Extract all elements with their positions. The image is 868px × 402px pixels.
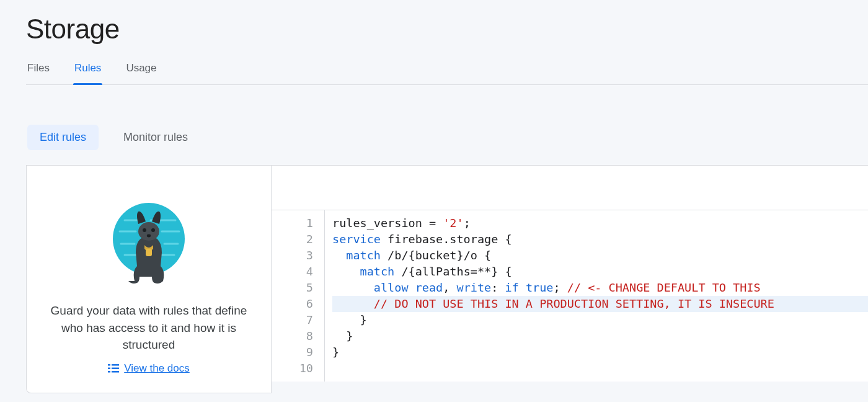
rules-info-card: Guard your data with rules that define w… (26, 166, 272, 393)
svg-point-12 (147, 234, 151, 238)
security-dog-illustration (102, 195, 195, 288)
line-gutter: 12345678910 (272, 210, 325, 382)
code-line: service firebase.storage { (332, 231, 868, 248)
svg-rect-18 (108, 371, 110, 373)
code-line: } (332, 312, 868, 328)
code-lines[interactable]: rules_version = '2'; service firebase.st… (325, 210, 868, 382)
code-area[interactable]: 12345678910 rules_version = '2'; service… (272, 210, 868, 382)
svg-rect-14 (108, 364, 110, 366)
svg-rect-15 (112, 364, 119, 366)
tab-rules[interactable]: Rules (74, 62, 101, 84)
tab-usage[interactable]: Usage (126, 62, 156, 84)
code-line: } (332, 344, 868, 360)
view-docs-link[interactable]: View the docs (108, 362, 190, 375)
editor-toolbar (272, 166, 868, 210)
code-line: rules_version = '2'; (332, 215, 868, 231)
code-line: match /{allPaths=**} { (332, 264, 868, 280)
tab-files[interactable]: Files (27, 62, 50, 84)
code-line: } (332, 328, 868, 344)
workspace: Guard your data with rules that define w… (26, 165, 868, 393)
svg-rect-19 (112, 371, 119, 373)
view-docs-label: View the docs (124, 362, 190, 375)
svg-rect-13 (146, 249, 152, 256)
storage-page: Storage Files Rules Usage Edit rules Mon… (0, 0, 868, 393)
rules-subtabs: Edit rules Monitor rules (26, 125, 868, 150)
code-line: allow read, write: if true; // <- CHANGE… (332, 280, 868, 296)
svg-point-9 (138, 222, 159, 241)
code-line: // DO NOT USE THIS IN A PRODUCTION SETTI… (332, 296, 868, 312)
code-line: match /b/{bucket}/o { (332, 248, 868, 264)
page-title: Storage (26, 14, 868, 45)
svg-point-10 (143, 228, 146, 232)
code-line (332, 360, 868, 377)
svg-rect-16 (108, 367, 110, 369)
svg-point-11 (151, 228, 155, 232)
card-text: Guard your data with rules that define w… (44, 302, 254, 354)
subtab-edit-rules[interactable]: Edit rules (27, 125, 99, 150)
main-tabs: Files Rules Usage (26, 62, 868, 85)
subtab-monitor-rules[interactable]: Monitor rules (111, 125, 200, 150)
docs-list-icon (108, 364, 119, 373)
svg-rect-17 (112, 367, 119, 369)
rules-editor: 12345678910 rules_version = '2'; service… (272, 166, 868, 393)
